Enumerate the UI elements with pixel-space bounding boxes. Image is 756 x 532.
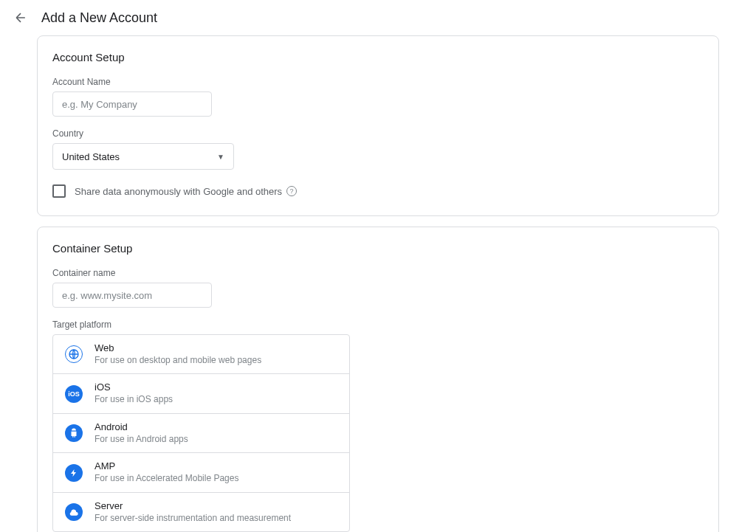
platform-list: Web For use on desktop and mobile web pa… <box>52 334 350 532</box>
platform-desc: For server-side instrumentation and meas… <box>94 513 291 525</box>
platform-desc: For use in iOS apps <box>94 394 173 406</box>
container-name-field: Container name <box>52 268 704 308</box>
server-icon <box>65 503 83 521</box>
platform-option-amp[interactable]: AMP For use in Accelerated Mobile Pages <box>53 453 349 492</box>
page-title: Add a New Account <box>41 10 157 26</box>
globe-icon <box>65 345 83 363</box>
account-name-label: Account Name <box>52 77 704 87</box>
share-data-row: Share data anonymously with Google and o… <box>52 184 704 198</box>
container-setup-title: Container Setup <box>52 242 704 255</box>
container-setup-card: Container Setup Container name Target pl… <box>37 227 719 532</box>
amp-icon <box>65 464 83 482</box>
help-icon[interactable]: ? <box>286 186 297 196</box>
platform-desc: For use on desktop and mobile web pages <box>94 355 261 367</box>
country-value: United States <box>62 151 120 162</box>
account-setup-card: Account Setup Account Name Country Unite… <box>37 35 719 216</box>
account-name-field: Account Name <box>52 77 704 117</box>
platform-title: iOS <box>94 381 173 394</box>
platform-option-android[interactable]: Android For use in Android apps <box>53 414 349 453</box>
platform-desc: For use in Accelerated Mobile Pages <box>94 473 238 485</box>
account-setup-title: Account Setup <box>52 51 704 63</box>
platform-title: Web <box>94 342 261 355</box>
account-name-input[interactable] <box>52 91 212 117</box>
country-label: Country <box>52 128 704 139</box>
android-icon <box>65 424 83 442</box>
back-arrow-icon[interactable] <box>12 9 30 27</box>
country-field: Country United States ▼ <box>52 128 704 170</box>
platform-option-web[interactable]: Web For use on desktop and mobile web pa… <box>53 335 349 374</box>
platform-option-server[interactable]: Server For server-side instrumentation a… <box>53 493 349 531</box>
platform-option-ios[interactable]: iOS iOS For use in iOS apps <box>53 374 349 413</box>
target-platform-field: Target platform Web For use on desktop a… <box>52 319 704 532</box>
share-data-label: Share data anonymously with Google and o… <box>75 186 297 197</box>
platform-title: AMP <box>94 460 238 473</box>
page-header: Add a New Account <box>0 0 756 35</box>
platform-title: Android <box>94 421 188 434</box>
target-platform-label: Target platform <box>52 319 704 330</box>
ios-icon: iOS <box>65 385 83 403</box>
chevron-down-icon: ▼ <box>217 153 224 161</box>
share-data-checkbox[interactable] <box>52 184 66 198</box>
container-name-label: Container name <box>52 268 704 278</box>
platform-title: Server <box>94 500 291 513</box>
platform-desc: For use in Android apps <box>94 434 188 446</box>
country-select[interactable]: United States ▼ <box>52 143 234 170</box>
container-name-input[interactable] <box>52 283 212 308</box>
